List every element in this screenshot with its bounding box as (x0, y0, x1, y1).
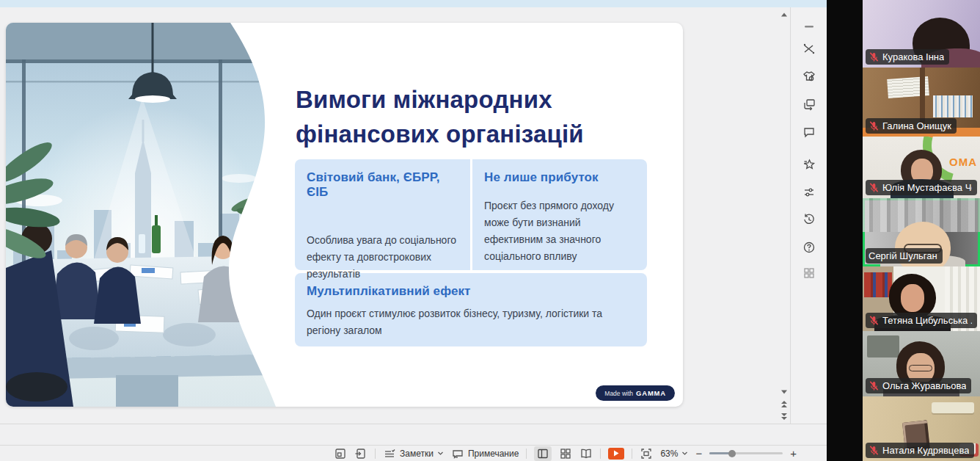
scroll-up-icon[interactable] (780, 10, 789, 19)
muted-mic-icon (869, 51, 880, 62)
badge-brand: GAMMA (636, 389, 666, 397)
divider (632, 449, 632, 459)
muted-mic-icon (869, 182, 880, 193)
participant-name: Ольга Журавльова (882, 380, 966, 391)
participant-name: Сергій Шульган (869, 250, 937, 261)
participant-tile[interactable]: Ольга Журавльова (863, 331, 980, 396)
next-slide-icon[interactable] (780, 412, 789, 421)
card-body: Проєкт без прямого доходу може бути визн… (484, 197, 635, 265)
zoom-level: 63% (660, 449, 678, 459)
banner-text-fragment: ОМА (949, 156, 977, 168)
magic-tools-icon[interactable] (802, 41, 816, 56)
zoom-in-button[interactable]: + (790, 448, 797, 459)
normal-view-button[interactable] (534, 446, 552, 461)
notes-button[interactable]: Заметки (383, 447, 444, 460)
card-title: Мультиплікативний ефект (307, 284, 635, 299)
fit-screen-icon[interactable] (640, 447, 653, 460)
binders-shelf (864, 272, 892, 297)
participant-nametag: Куракова Інна (866, 49, 949, 65)
participant-name: Юлія Мустафаєва Че... (882, 182, 972, 193)
participant-tile[interactable]: Галина Онищук (863, 68, 980, 137)
participant-nametag: Сергій Шульган (866, 248, 943, 264)
badge-prefix: Made with (604, 390, 633, 397)
status-bar: Заметки Примечание (0, 446, 827, 461)
participant-tile[interactable]: Наталя Кудрявцева (863, 396, 980, 461)
notes-icon (383, 447, 396, 460)
scroll-down-icon[interactable] (780, 388, 789, 396)
slide-illustration-meeting-room (6, 23, 279, 407)
previous-slide-icon[interactable] (780, 400, 789, 409)
participant-tile[interactable]: Тетяна Цибульська ... (863, 266, 980, 331)
presentation-app-window: Вимоги міжнародних фінансових організаці… (0, 0, 827, 461)
participant-name: Галина Онищук (882, 120, 951, 131)
comment-label: Примечание (468, 449, 519, 459)
zoom-slider[interactable] (709, 452, 783, 454)
collapse-handle-icon[interactable] (802, 19, 816, 34)
help-icon[interactable] (802, 240, 816, 255)
read-view-icon[interactable] (579, 447, 593, 460)
notes-label: Заметки (400, 449, 434, 459)
wall-frame (867, 335, 899, 357)
horizontal-scroll-track (0, 424, 827, 445)
star-effects-icon[interactable] (802, 157, 816, 172)
slide-cards: Світовий банк, ЄБРР, ЄІБ Особлива увага … (295, 159, 647, 346)
participant-tile[interactable]: ОМА Юлія Мустафаєва Че... (863, 137, 980, 198)
muted-mic-icon (869, 380, 880, 391)
adjust-sliders-icon[interactable] (802, 185, 816, 200)
chevron-down-icon (437, 450, 444, 457)
participant-video-strip: Куракова Інна Галина Онищук (863, 0, 980, 461)
card-title: Не лише прибуток (484, 170, 635, 185)
divider (375, 449, 376, 459)
right-toolbar (791, 7, 827, 424)
grid-view-icon[interactable] (559, 447, 572, 460)
muted-mic-icon (869, 315, 880, 326)
card-body: Особлива увага до соціального ефекту та … (307, 232, 458, 283)
vertical-scrollbar[interactable] (778, 7, 791, 424)
participant-nametag: Наталя Кудрявцева (866, 443, 974, 458)
slide-compare-icon[interactable] (802, 97, 816, 112)
card-body: Один проєкт стимулює розвиток бізнесу, т… (307, 305, 635, 339)
single-slide-view-icon[interactable] (334, 447, 347, 460)
participant-tile[interactable]: Куракова Інна (863, 0, 980, 68)
slide-canvas: Вимоги міжнародних фінансових організаці… (6, 23, 683, 407)
participant-nametag: Юлія Мустафаєва Че... (866, 180, 977, 195)
design-theme-icon[interactable] (802, 69, 816, 84)
card-multiplier-effect: Мультиплікативний ефект Один проєкт стим… (295, 273, 647, 346)
comment-bubble-icon[interactable] (802, 125, 816, 139)
slide-title: Вимоги міжнародних фінансових організаці… (296, 83, 626, 152)
participant-nametag: Галина Онищук (866, 118, 957, 134)
participant-name: Наталя Кудрявцева (882, 445, 969, 456)
participant-tile-active-speaker[interactable]: Сергій Шульган (863, 198, 980, 266)
made-with-gamma-badge[interactable]: Made with GAMMA (596, 385, 675, 401)
muted-mic-icon (869, 120, 880, 131)
chevron-down-icon (681, 450, 688, 457)
zoom-out-button[interactable]: − (695, 448, 702, 459)
comment-button[interactable]: Примечание (451, 447, 519, 460)
card-title: Світовий банк, ЄБРР, ЄІБ (307, 170, 458, 200)
participant-name: Тетяна Цибульська ... (882, 315, 972, 326)
app-top-strip (0, 0, 827, 7)
comment-icon (451, 447, 464, 460)
participant-nametag: Ольга Журавльова (866, 378, 971, 393)
muted-mic-icon (869, 445, 880, 456)
apps-grid-icon[interactable] (802, 266, 816, 280)
card-world-bank: Світовий банк, ЄБРР, ЄІБ Особлива увага … (295, 159, 470, 270)
person-silhouette (901, 284, 924, 312)
screen: Вимоги міжнародних фінансових організаці… (0, 0, 980, 461)
glasses (909, 365, 932, 371)
card-not-only-profit: Не лише прибуток Проєкт без прямого дохо… (472, 159, 647, 270)
divider (526, 449, 527, 459)
air-conditioner (932, 402, 974, 413)
divider (600, 449, 601, 459)
bookshelf (933, 95, 973, 117)
normal-view-icon (536, 447, 549, 460)
history-icon[interactable] (802, 212, 816, 227)
slideshow-play-button[interactable] (608, 448, 624, 460)
zoom-slider-knob[interactable] (728, 450, 736, 457)
participant-name: Куракова Інна (882, 51, 944, 62)
participant-nametag: Тетяна Цибульська ... (866, 313, 977, 328)
zoom-percent-button[interactable]: 63% (660, 449, 688, 459)
share-to-device-icon[interactable] (354, 447, 368, 460)
